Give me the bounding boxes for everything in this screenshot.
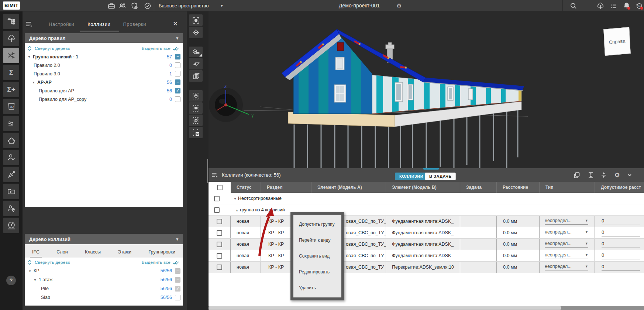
sidebar-tool-folder-export[interactable] (3, 184, 19, 199)
menu-item-delete[interactable]: Удалить (293, 285, 341, 290)
workspace-caret-icon[interactable]: ▼ (220, 0, 224, 11)
bell-icon[interactable] (623, 2, 631, 10)
tree-item-rule[interactable]: Правило 3.0 1 (25, 69, 183, 78)
sidebar-tool-sigma[interactable]: Σ (3, 65, 19, 80)
tree-checkbox[interactable] (175, 79, 180, 85)
column-header-status[interactable]: Статус (231, 182, 261, 193)
table-settings-gear-icon[interactable]: ⚙ (613, 171, 621, 180)
tree-item-model[interactable]: ▾ КР 56/56 (25, 266, 183, 275)
type-dropdown[interactable]: неопредел...▼ (540, 239, 595, 250)
caret-up-icon[interactable]: ▴ (234, 208, 240, 212)
type-dropdown[interactable]: неопредел...▼ (540, 250, 595, 261)
collapse-section-icon[interactable]: ▾ (176, 237, 178, 242)
table-row[interactable]: новая КР - КР овая_СВС_по_ТУ_ Фундаментн… (209, 239, 644, 250)
allowed-distance-input[interactable]: 0 (595, 250, 644, 261)
menu-item-go-to-view[interactable]: Перейти к виду (293, 238, 341, 243)
team-icon[interactable] (118, 2, 127, 10)
hide-selection-button[interactable] (189, 115, 203, 126)
tree-checkbox[interactable] (175, 88, 180, 93)
caret-down-icon[interactable]: ▾ (232, 197, 238, 201)
clear-selection-button[interactable] (189, 127, 203, 138)
table-row[interactable]: новая КР - КР овая_СВС_по_ТУ_ Фундаментн… (209, 216, 644, 227)
tab-settings[interactable]: Настройки (49, 21, 74, 27)
group-row-unsorted[interactable]: ▾ Неотсортированные (209, 193, 644, 204)
sidebar-tool-user-location[interactable] (3, 201, 19, 216)
allowed-distance-input[interactable]: 0 (595, 216, 644, 227)
column-header-type[interactable]: Тип (540, 182, 595, 193)
type-dropdown[interactable]: неопредел...▼ (540, 227, 595, 238)
in-task-mode-button[interactable]: В ЗАДАЧЕ (425, 173, 456, 180)
sort-collapse-icon[interactable] (28, 46, 32, 51)
column-header-section[interactable]: Раздел (261, 182, 311, 193)
zoom-fit-button[interactable] (189, 14, 203, 26)
row-checkbox[interactable] (214, 207, 220, 213)
collapse-rows-icon[interactable] (600, 171, 608, 180)
tree-item-floor[interactable]: ▾ 1 этаж 56/56 (25, 275, 183, 284)
section-box-button[interactable] (189, 70, 203, 82)
allowed-distance-input[interactable]: 0 (595, 239, 644, 250)
subtab-floors[interactable]: Этажи (116, 249, 134, 258)
tree-checkbox[interactable] (175, 268, 180, 274)
isolate-selection-button[interactable] (189, 90, 203, 102)
sidebar-tool-plugin-puzzle[interactable] (3, 133, 19, 148)
menu-item-save-view[interactable]: Сохранить вид (293, 253, 341, 259)
sidebar-tool-2d-view[interactable]: 2D (3, 99, 19, 114)
tree-item-group[interactable]: ▾ АР-АР 56 (25, 78, 183, 86)
tree-checkbox[interactable] (175, 96, 180, 102)
allowed-distance-input[interactable]: 0 (595, 262, 644, 273)
panel-menu-icon[interactable] (211, 172, 218, 178)
panel-menu-icon[interactable] (25, 21, 33, 27)
table-row[interactable]: новая КР - КР овая_СВС_по_ТУ Перекрытие:… (209, 262, 644, 273)
check-circle-icon[interactable] (144, 2, 152, 10)
row-checkbox[interactable] (217, 253, 222, 259)
row-checkbox[interactable] (217, 219, 222, 224)
tree-item-rule[interactable]: Правило 2.0 0 (25, 61, 183, 69)
chevron-down-icon[interactable] (626, 171, 634, 180)
scrollbar-thumb[interactable] (209, 306, 561, 310)
horizontal-scrollbar[interactable] (209, 306, 644, 310)
row-checkbox[interactable] (217, 242, 222, 247)
column-header-task[interactable]: Задача (460, 182, 497, 193)
search-icon[interactable] (569, 2, 578, 10)
tree-item-class[interactable]: Slab 56/56 (25, 293, 183, 302)
collapse-tree-link[interactable]: Свернуть дерево (35, 46, 70, 51)
show-selection-button[interactable] (189, 102, 203, 114)
type-dropdown[interactable]: неопредел...▼ (540, 262, 595, 273)
tree-item-rule[interactable]: Правило для АР_copy 0 (25, 95, 183, 103)
sidebar-tool-clash-shuffle[interactable] (3, 48, 19, 63)
double-check-icon[interactable] (172, 46, 180, 51)
close-panel-icon[interactable]: ✕ (173, 20, 178, 28)
caret-down-icon[interactable]: ▾ (30, 80, 37, 84)
workspace-selector[interactable]: Базовое пространство (159, 0, 209, 11)
tree-checkbox[interactable] (175, 71, 180, 76)
column-header-element-b[interactable]: Элемент (Модель B) (386, 182, 460, 193)
select-all-link[interactable]: Выделить всё (142, 46, 171, 51)
menu-item-edit[interactable]: Редактировать (293, 269, 341, 275)
tree-checkbox[interactable] (175, 54, 180, 59)
history-icon[interactable]: 10 (635, 2, 643, 10)
tab-collisions[interactable]: Коллизии (87, 21, 110, 27)
rules-tree-header[interactable]: Дерево правил ▾ (25, 33, 183, 43)
collisions-mode-button[interactable]: КОЛЛИЗИИ (395, 173, 428, 180)
caret-down-icon[interactable]: ▾ (25, 55, 33, 59)
collapse-section-icon[interactable]: ▾ (176, 36, 178, 41)
locate-target-button[interactable] (189, 27, 203, 38)
allowed-distance-input[interactable]: 0 (595, 227, 644, 238)
caret-down-icon[interactable]: ▾ (26, 269, 34, 273)
collisions-tree-header[interactable]: Дерево коллизий ▾ (25, 234, 183, 244)
badge-icon[interactable] (131, 2, 139, 10)
fit-row-height-icon[interactable] (587, 171, 595, 180)
subtab-groupings[interactable]: Группировки (146, 249, 178, 258)
double-check-icon[interactable] (172, 260, 180, 265)
list-icon[interactable] (610, 2, 618, 10)
sidebar-tool-gauge[interactable] (3, 218, 19, 233)
sidebar-tool-graphs[interactable] (3, 116, 19, 131)
tab-checks[interactable]: Проверки (123, 21, 146, 27)
caret-down-icon[interactable]: ▾ (31, 278, 39, 282)
row-checkbox[interactable] (217, 265, 222, 270)
subtab-classes[interactable]: Классы (83, 249, 103, 258)
select-all-link[interactable]: Выделить всё (142, 260, 171, 265)
project-settings-gear-icon[interactable]: ⚙ (396, 0, 402, 11)
tree-item-group[interactable]: ▾ Группа коллизий - 1 57 (25, 52, 183, 61)
sidebar-tool-sigma-plus[interactable]: Σ+ (3, 82, 19, 97)
